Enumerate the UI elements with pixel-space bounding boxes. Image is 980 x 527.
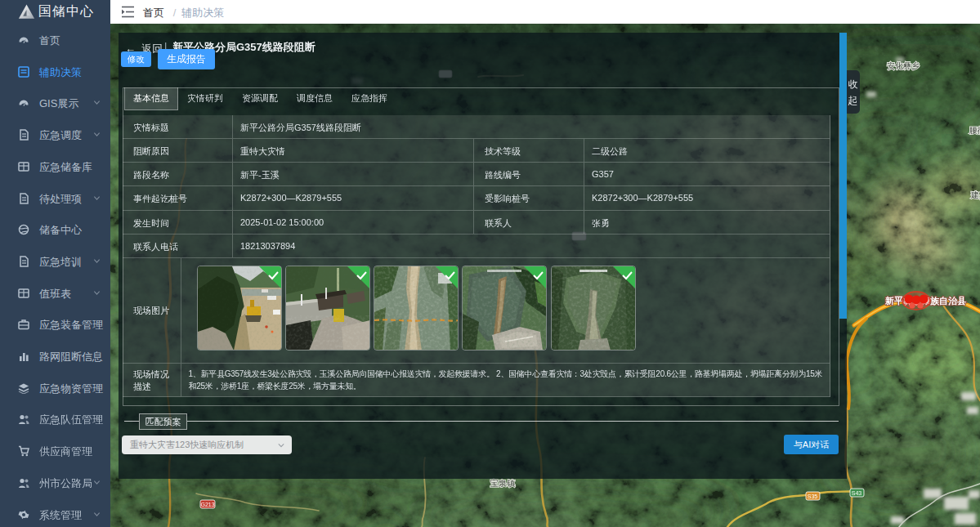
svg-text:宝泉镇: 宝泉镇 xyxy=(490,479,515,488)
svg-text:安化彝乡: 安化彝乡 xyxy=(887,61,920,70)
svg-text:S35: S35 xyxy=(808,494,818,499)
svg-text:建兴: 建兴 xyxy=(970,190,980,199)
svg-text:腰街: 腰街 xyxy=(969,126,980,135)
svg-text:G213: G213 xyxy=(200,502,214,507)
svg-text:S43: S43 xyxy=(852,490,862,496)
